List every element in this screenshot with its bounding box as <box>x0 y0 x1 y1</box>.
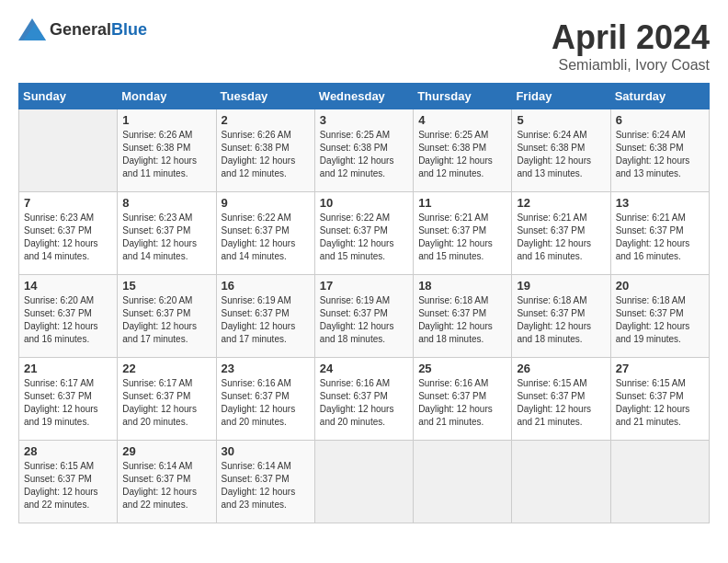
day-number: 4 <box>418 113 506 127</box>
logo: GeneralBlue <box>18 18 147 40</box>
calendar-cell: 5Sunrise: 6:24 AMSunset: 6:38 PMDaylight… <box>512 109 610 192</box>
calendar-body: 1Sunrise: 6:26 AMSunset: 6:38 PMDaylight… <box>19 109 710 523</box>
cell-info: Sunrise: 6:22 AMSunset: 6:37 PMDaylight:… <box>222 212 310 263</box>
day-number: 28 <box>24 444 112 458</box>
calendar-cell <box>512 441 610 523</box>
calendar-cell: 11Sunrise: 6:21 AMSunset: 6:37 PMDayligh… <box>414 192 512 275</box>
calendar-cell: 16Sunrise: 6:19 AMSunset: 6:37 PMDayligh… <box>216 275 314 358</box>
calendar-cell: 21Sunrise: 6:17 AMSunset: 6:37 PMDayligh… <box>19 358 118 441</box>
day-number: 7 <box>24 196 112 210</box>
week-row-4: 28Sunrise: 6:15 AMSunset: 6:37 PMDayligh… <box>19 441 710 523</box>
logo-general: General <box>50 20 111 39</box>
day-number: 21 <box>24 362 112 375</box>
calendar-cell: 19Sunrise: 6:18 AMSunset: 6:37 PMDayligh… <box>512 275 610 358</box>
day-number: 16 <box>222 279 310 293</box>
cell-info: Sunrise: 6:18 AMSunset: 6:37 PMDaylight:… <box>616 294 704 346</box>
cell-info: Sunrise: 6:23 AMSunset: 6:37 PMDaylight:… <box>24 212 112 263</box>
calendar-cell: 14Sunrise: 6:20 AMSunset: 6:37 PMDayligh… <box>19 275 118 358</box>
col-friday: Friday <box>512 84 610 109</box>
col-monday: Monday <box>118 84 216 109</box>
col-tuesday: Tuesday <box>216 84 314 109</box>
calendar-cell: 9Sunrise: 6:22 AMSunset: 6:37 PMDaylight… <box>216 192 314 275</box>
calendar-table: Sunday Monday Tuesday Wednesday Thursday… <box>18 83 710 523</box>
page-header: GeneralBlue April 2024 Semiambli, Ivory … <box>18 18 710 74</box>
day-number: 5 <box>517 113 605 127</box>
cell-info: Sunrise: 6:14 AMSunset: 6:37 PMDaylight:… <box>122 460 210 511</box>
cell-info: Sunrise: 6:20 AMSunset: 6:37 PMDaylight:… <box>122 294 210 346</box>
calendar-cell: 26Sunrise: 6:15 AMSunset: 6:37 PMDayligh… <box>512 358 610 441</box>
cell-info: Sunrise: 6:15 AMSunset: 6:37 PMDaylight:… <box>517 377 605 429</box>
cell-info: Sunrise: 6:26 AMSunset: 6:38 PMDaylight:… <box>222 129 310 180</box>
day-number: 8 <box>122 196 210 210</box>
day-number: 6 <box>616 113 704 127</box>
cell-info: Sunrise: 6:16 AMSunset: 6:37 PMDaylight:… <box>418 377 506 429</box>
calendar-cell: 3Sunrise: 6:25 AMSunset: 6:38 PMDaylight… <box>314 109 413 192</box>
calendar-cell <box>314 441 413 523</box>
calendar-cell <box>19 109 118 192</box>
cell-info: Sunrise: 6:26 AMSunset: 6:38 PMDaylight:… <box>122 129 210 180</box>
calendar-cell: 1Sunrise: 6:26 AMSunset: 6:38 PMDaylight… <box>118 109 216 192</box>
cell-info: Sunrise: 6:16 AMSunset: 6:37 PMDaylight:… <box>320 377 408 429</box>
calendar-cell: 6Sunrise: 6:24 AMSunset: 6:38 PMDaylight… <box>610 109 709 192</box>
calendar-cell: 27Sunrise: 6:15 AMSunset: 6:37 PMDayligh… <box>610 358 709 441</box>
day-number: 23 <box>222 362 310 375</box>
calendar-cell <box>414 441 512 523</box>
calendar-cell: 10Sunrise: 6:22 AMSunset: 6:37 PMDayligh… <box>314 192 413 275</box>
calendar-cell: 18Sunrise: 6:18 AMSunset: 6:37 PMDayligh… <box>414 275 512 358</box>
day-number: 11 <box>418 196 506 210</box>
week-row-0: 1Sunrise: 6:26 AMSunset: 6:38 PMDaylight… <box>19 109 710 192</box>
day-number: 19 <box>517 279 605 293</box>
calendar-cell: 22Sunrise: 6:17 AMSunset: 6:37 PMDayligh… <box>118 358 216 441</box>
logo-blue: Blue <box>111 20 147 39</box>
calendar-cell: 8Sunrise: 6:23 AMSunset: 6:37 PMDaylight… <box>118 192 216 275</box>
col-thursday: Thursday <box>414 84 512 109</box>
cell-info: Sunrise: 6:17 AMSunset: 6:37 PMDaylight:… <box>122 377 210 429</box>
day-number: 10 <box>320 196 408 210</box>
calendar-cell: 4Sunrise: 6:25 AMSunset: 6:38 PMDaylight… <box>414 109 512 192</box>
calendar-cell: 17Sunrise: 6:19 AMSunset: 6:37 PMDayligh… <box>314 275 413 358</box>
cell-info: Sunrise: 6:18 AMSunset: 6:37 PMDaylight:… <box>418 294 506 346</box>
calendar-cell: 15Sunrise: 6:20 AMSunset: 6:37 PMDayligh… <box>118 275 216 358</box>
location-title: Semiambli, Ivory Coast <box>552 57 710 74</box>
month-title: April 2024 <box>552 18 710 57</box>
week-row-2: 14Sunrise: 6:20 AMSunset: 6:37 PMDayligh… <box>19 275 710 358</box>
cell-info: Sunrise: 6:25 AMSunset: 6:38 PMDaylight:… <box>320 129 408 180</box>
calendar-cell: 2Sunrise: 6:26 AMSunset: 6:38 PMDaylight… <box>216 109 314 192</box>
calendar-cell: 12Sunrise: 6:21 AMSunset: 6:37 PMDayligh… <box>512 192 610 275</box>
col-saturday: Saturday <box>610 84 709 109</box>
logo-icon <box>18 18 46 40</box>
col-wednesday: Wednesday <box>314 84 413 109</box>
col-sunday: Sunday <box>19 84 118 109</box>
cell-info: Sunrise: 6:20 AMSunset: 6:37 PMDaylight:… <box>24 294 112 346</box>
day-number: 26 <box>517 362 605 375</box>
cell-info: Sunrise: 6:18 AMSunset: 6:37 PMDaylight:… <box>517 294 605 346</box>
calendar-cell: 25Sunrise: 6:16 AMSunset: 6:37 PMDayligh… <box>414 358 512 441</box>
cell-info: Sunrise: 6:24 AMSunset: 6:38 PMDaylight:… <box>517 129 605 180</box>
day-number: 17 <box>320 279 408 293</box>
calendar-cell: 29Sunrise: 6:14 AMSunset: 6:37 PMDayligh… <box>118 441 216 523</box>
cell-info: Sunrise: 6:21 AMSunset: 6:37 PMDaylight:… <box>517 212 605 263</box>
cell-info: Sunrise: 6:15 AMSunset: 6:37 PMDaylight:… <box>616 377 704 429</box>
title-section: April 2024 Semiambli, Ivory Coast <box>552 18 710 74</box>
day-number: 22 <box>122 362 210 375</box>
cell-info: Sunrise: 6:14 AMSunset: 6:37 PMDaylight:… <box>222 460 310 511</box>
day-number: 20 <box>616 279 704 293</box>
day-number: 12 <box>517 196 605 210</box>
day-number: 9 <box>222 196 310 210</box>
cell-info: Sunrise: 6:15 AMSunset: 6:37 PMDaylight:… <box>24 460 112 511</box>
cell-info: Sunrise: 6:23 AMSunset: 6:37 PMDaylight:… <box>122 212 210 263</box>
day-number: 14 <box>24 279 112 293</box>
calendar-cell: 30Sunrise: 6:14 AMSunset: 6:37 PMDayligh… <box>216 441 314 523</box>
calendar-cell: 24Sunrise: 6:16 AMSunset: 6:37 PMDayligh… <box>314 358 413 441</box>
cell-info: Sunrise: 6:17 AMSunset: 6:37 PMDaylight:… <box>24 377 112 429</box>
calendar-cell: 13Sunrise: 6:21 AMSunset: 6:37 PMDayligh… <box>610 192 709 275</box>
cell-info: Sunrise: 6:22 AMSunset: 6:37 PMDaylight:… <box>320 212 408 263</box>
cell-info: Sunrise: 6:16 AMSunset: 6:37 PMDaylight:… <box>222 377 310 429</box>
day-number: 3 <box>320 113 408 127</box>
cell-info: Sunrise: 6:21 AMSunset: 6:37 PMDaylight:… <box>418 212 506 263</box>
day-number: 29 <box>122 444 210 458</box>
day-number: 18 <box>418 279 506 293</box>
cell-info: Sunrise: 6:21 AMSunset: 6:37 PMDaylight:… <box>616 212 704 263</box>
calendar-cell: 23Sunrise: 6:16 AMSunset: 6:37 PMDayligh… <box>216 358 314 441</box>
calendar-cell: 28Sunrise: 6:15 AMSunset: 6:37 PMDayligh… <box>19 441 118 523</box>
